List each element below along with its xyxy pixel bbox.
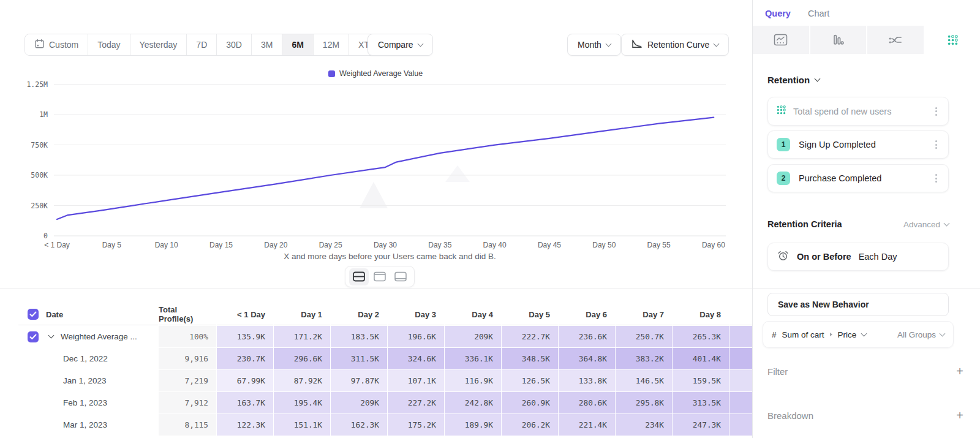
tab-query[interactable]: Query — [765, 6, 791, 26]
date-range-6m[interactable]: 6M — [282, 34, 313, 55]
date-range-yesterday[interactable]: Yesterday — [130, 34, 187, 55]
retention-value-cell[interactable]: 97.87K — [331, 370, 387, 391]
retention-value-cell[interactable]: 313.5K — [673, 392, 729, 413]
retention-value-cell[interactable]: 116.9K — [445, 370, 501, 391]
date-range-custom[interactable]: Custom — [25, 34, 88, 55]
retention-value-cell[interactable]: 196.6K — [388, 326, 444, 347]
alarm-clock-icon — [777, 249, 790, 265]
panel-divider — [753, 288, 980, 289]
retention-value-cell[interactable]: 221.4K — [559, 414, 615, 436]
chart-style-button[interactable]: Retention Curve — [621, 34, 729, 56]
table-row-label[interactable]: Weighted Average ... — [18, 326, 158, 347]
retention-value-cell[interactable]: 227.2K — [388, 392, 444, 413]
table-focus-view-toggle-button[interactable] — [391, 268, 410, 285]
retention-value-cell[interactable]: 311.5K — [331, 348, 387, 369]
retention-value-cell[interactable]: 247.3K — [673, 414, 729, 436]
compare-button[interactable]: Compare — [368, 34, 433, 56]
bar-chart-icon[interactable] — [810, 26, 868, 54]
row-checkbox[interactable] — [28, 309, 39, 320]
x-tick-label: < 1 Day — [31, 241, 83, 249]
table-row-label[interactable]: Feb 1, 2023 — [18, 392, 158, 413]
split-view-toggle-button[interactable] — [349, 268, 369, 285]
criteria-mode-value: Advanced — [903, 220, 940, 229]
retention-value-cell[interactable]: 324.6K — [388, 348, 444, 369]
retention-value-cell[interactable]: 295.8K — [616, 392, 672, 413]
retention-value-cell[interactable]: 146.5K — [616, 370, 672, 391]
retention-value-cell[interactable]: 348.5K — [502, 348, 558, 369]
retention-value-cell[interactable]: 209K — [331, 392, 387, 413]
retention-value-cell[interactable]: 250.7K — [616, 326, 672, 347]
behavior-name-card[interactable]: Total spend of new users — [767, 97, 949, 126]
retention-value-cell[interactable]: 189.9K — [445, 414, 501, 436]
retention-value-cell[interactable]: 222.7K — [502, 326, 558, 347]
date-range-today[interactable]: Today — [88, 34, 130, 55]
date-range-12m[interactable]: 12M — [314, 34, 349, 55]
retention-value-cell[interactable]: 87.92K — [274, 370, 330, 391]
retention-value-cell[interactable]: 171.2K — [274, 326, 330, 347]
date-range-label: Custom — [49, 40, 78, 50]
retention-value-cell[interactable]: 151.1K — [274, 414, 330, 436]
retention-value-cell[interactable]: 195.4K — [274, 392, 330, 413]
granularity-button[interactable]: Month — [567, 34, 621, 56]
chart-type-picker — [753, 26, 980, 54]
retention-value-cell[interactable]: 67.99K — [217, 370, 273, 391]
chevron-down-icon — [815, 76, 821, 82]
column-header-partial — [729, 304, 752, 325]
retention-value-cell[interactable]: 265.3K — [673, 326, 729, 347]
kebab-menu-icon[interactable] — [933, 105, 940, 118]
retention-value-cell[interactable]: 175.2K — [388, 414, 444, 436]
retention-value-cell[interactable]: 234K — [616, 414, 672, 436]
retention-value-cell[interactable]: 242.8K — [445, 392, 501, 413]
criteria-mode-dropdown[interactable]: Advanced — [903, 220, 949, 229]
add-filter-button[interactable]: + — [956, 365, 963, 377]
chevron-down-icon[interactable] — [48, 333, 55, 339]
retention-value-cell[interactable]: 336.1K — [445, 348, 501, 369]
retention-value-cell[interactable]: 126.5K — [502, 370, 558, 391]
table-row-label[interactable]: Dec 1, 2022 — [18, 348, 158, 369]
retention-value-cell[interactable]: 163.7K — [217, 392, 273, 413]
add-breakdown-button[interactable]: + — [956, 409, 963, 421]
measure-row[interactable]: # Sum of cart Price All Groups — [763, 321, 954, 348]
kebab-menu-icon[interactable] — [933, 138, 940, 151]
flow-icon[interactable] — [867, 26, 925, 54]
retention-value-cell[interactable]: 206.2K — [502, 414, 558, 436]
retention-value-cell[interactable]: 135.9K — [217, 326, 273, 347]
date-range-30d[interactable]: 30D — [217, 34, 252, 55]
chart-focus-view-toggle-button[interactable] — [370, 268, 390, 285]
tab-chart[interactable]: Chart — [808, 6, 829, 26]
date-range-7d[interactable]: 7D — [187, 34, 217, 55]
row-checkbox[interactable] — [28, 331, 39, 342]
table-row-label[interactable]: Jan 1, 2023 — [18, 370, 158, 391]
retention-section-header[interactable]: Retention — [767, 75, 820, 85]
step-card-1[interactable]: 1Sign Up Completed — [767, 130, 949, 159]
retention-value-cell[interactable]: 230.7K — [217, 348, 273, 369]
column-header-6: Day 4 — [445, 304, 501, 325]
compare-label: Compare — [378, 40, 413, 50]
retention-value-cell[interactable]: 401.4K — [673, 348, 729, 369]
retention-value-cell[interactable]: 260.9K — [502, 392, 558, 413]
table-row-label[interactable]: Mar 1, 2023 — [18, 414, 158, 436]
retention-value-cell[interactable]: 236.6K — [559, 326, 615, 347]
step-card-2[interactable]: 2Purchase Completed — [767, 164, 949, 192]
retention-value-cell[interactable]: 107.1K — [388, 370, 444, 391]
retention-value-cell[interactable]: 383.2K — [616, 348, 672, 369]
date-range-3m[interactable]: 3M — [252, 34, 282, 55]
retention-grid-icon[interactable] — [925, 26, 980, 54]
retention-value-cell[interactable]: 280.6K — [559, 392, 615, 413]
retention-value-cell[interactable]: 122.3K — [217, 414, 273, 436]
retention-value-cell[interactable]: 159.5K — [673, 370, 729, 391]
criteria-condition-card[interactable]: On or Before Each Day — [767, 243, 949, 271]
retention-value-cell[interactable]: 364.8K — [559, 348, 615, 369]
kebab-menu-icon[interactable] — [933, 172, 940, 185]
column-header-3: Day 1 — [274, 304, 330, 325]
groups-dropdown[interactable]: All Groups — [897, 330, 944, 339]
retention-value-cell[interactable]: 162.3K — [331, 414, 387, 436]
line-chart-icon[interactable] — [753, 26, 810, 54]
retention-value-cell[interactable]: 133.8K — [559, 370, 615, 391]
series-line[interactable] — [57, 118, 714, 220]
retention-value-cell[interactable]: 209K — [445, 326, 501, 347]
retention-value-cell[interactable]: 296.6K — [274, 348, 330, 369]
save-as-new-behavior-button[interactable]: Save as New Behavior — [767, 293, 949, 316]
retention-value-cell[interactable]: 183.5K — [331, 326, 387, 347]
date-range-label: 7D — [196, 40, 207, 50]
